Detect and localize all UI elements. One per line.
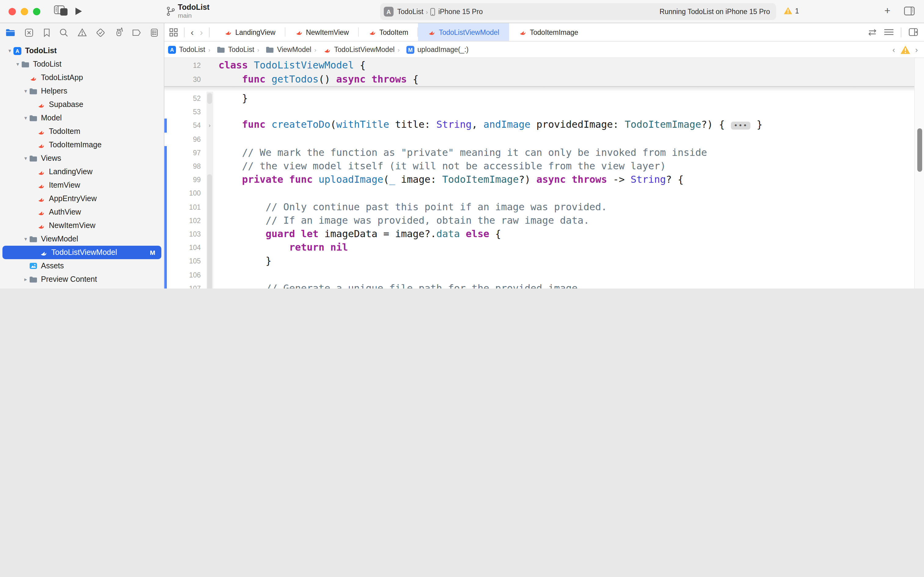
toggle-right-sidebar-icon[interactable] xyxy=(904,6,916,16)
sidebar-item-assets[interactable]: Assets xyxy=(0,259,164,272)
line-number[interactable]: 107 xyxy=(167,285,206,288)
folded-code-pill[interactable]: ••• xyxy=(731,122,751,130)
code-line-52[interactable]: 52 } xyxy=(164,92,924,105)
sidebar-item-model[interactable]: ▾Model xyxy=(0,111,164,125)
line-number[interactable]: 100 xyxy=(167,190,206,197)
breadcrumb-item-todolistviewmodel[interactable]: TodoListViewModel xyxy=(323,45,395,53)
sidebar-item-appentryview[interactable]: AppEntryView xyxy=(0,192,164,205)
close-window-button[interactable] xyxy=(8,8,16,15)
navigator-tab-errors[interactable] xyxy=(25,28,34,37)
line-number[interactable]: 98 xyxy=(167,163,206,170)
scheme-name[interactable]: TodoList xyxy=(397,8,423,15)
code-line-96[interactable]: 96 xyxy=(164,132,924,146)
code-line-106[interactable]: 106 xyxy=(164,268,924,282)
previous-issue-button[interactable]: ‹ xyxy=(893,45,895,54)
navigator-tab-tests[interactable] xyxy=(96,28,105,37)
go-back-button[interactable]: ‹ xyxy=(191,27,194,37)
line-number[interactable]: 99 xyxy=(167,176,206,184)
line-number[interactable]: 30 xyxy=(167,76,206,83)
navigator-tab-project[interactable] xyxy=(5,28,15,36)
disclosure-chevron-icon[interactable]: ▾ xyxy=(6,48,13,54)
sidebar-item-authview[interactable]: AuthView xyxy=(0,205,164,219)
activity-view[interactable]: A TodoList › iPhone 15 Pro Running TodoL… xyxy=(380,3,776,20)
code-line-101[interactable]: 101 // Only continue past this point if … xyxy=(164,200,924,214)
navigator-tab-debug[interactable] xyxy=(114,27,122,37)
code-line-107[interactable]: 107 // Generate a unique file path for t… xyxy=(164,282,924,288)
line-number[interactable]: 53 xyxy=(167,108,206,116)
related-items-grid-icon[interactable] xyxy=(169,28,178,36)
navigator-tab-search[interactable] xyxy=(59,28,68,37)
sidebar-item-todolistapp[interactable]: TodoListApp xyxy=(0,71,164,84)
navigator-tab-bookmark[interactable] xyxy=(43,28,50,37)
sidebar-item-supabase[interactable]: Supabase xyxy=(0,98,164,111)
run-destination[interactable]: iPhone 15 Pro xyxy=(438,8,483,15)
sidebar-item-views[interactable]: ▾Views xyxy=(0,152,164,165)
code-line-54[interactable]: 54› func createToDo(withTitle title: Str… xyxy=(164,119,924,132)
tab-todoitem[interactable]: TodoItem xyxy=(359,23,418,41)
sidebar-item-newitemview[interactable]: NewItemView xyxy=(0,219,164,232)
line-number[interactable]: 12 xyxy=(167,61,206,69)
tab-todolistviewmodel[interactable]: TodoListViewModel xyxy=(418,23,509,41)
line-number[interactable]: 106 xyxy=(167,271,206,279)
tab-todoitemimage[interactable]: TodoItemImage xyxy=(509,23,588,41)
add-editor-icon[interactable] xyxy=(909,28,918,36)
sidebar-item-helpers[interactable]: ▾Helpers xyxy=(0,84,164,98)
sidebar-item-preview-content[interactable]: ▸Preview Content xyxy=(0,272,164,286)
code-fold-disclosure-icon[interactable]: › xyxy=(206,119,213,132)
disclosure-chevron-icon[interactable]: ▾ xyxy=(22,115,29,121)
sidebar-item-todolist[interactable]: ▾ATodoList xyxy=(0,44,164,58)
go-forward-button[interactable]: › xyxy=(200,27,203,37)
code-line-103[interactable]: 103 guard let imageData = image?.data el… xyxy=(164,227,924,241)
editor-scrollbar[interactable] xyxy=(914,58,924,288)
line-number[interactable]: 105 xyxy=(167,258,206,265)
breadcrumb-item-todolist[interactable]: TodoList xyxy=(217,46,254,53)
line-number[interactable]: 97 xyxy=(167,149,206,156)
zoom-window-button[interactable] xyxy=(33,8,40,15)
disclosure-chevron-icon[interactable]: ▸ xyxy=(22,276,29,282)
navigator-tab-breakpoints[interactable] xyxy=(132,28,141,36)
scrollbar-thumb[interactable] xyxy=(917,128,922,172)
line-number[interactable]: 52 xyxy=(167,95,206,102)
code-line-105[interactable]: 105 } xyxy=(164,255,924,268)
code-line-30[interactable]: 30 func getTodos() async throws { xyxy=(164,72,924,86)
tab-newitemview[interactable]: NewItemView xyxy=(285,23,358,41)
code-line-99[interactable]: 99 private func uploadImage(_ image: Tod… xyxy=(164,173,924,187)
disclosure-chevron-icon[interactable]: ▾ xyxy=(22,236,29,242)
line-number[interactable]: 54 xyxy=(167,122,206,129)
code-line-102[interactable]: 102 // If an image was provided, obtain … xyxy=(164,214,924,227)
line-number[interactable]: 101 xyxy=(167,203,206,211)
breadcrumb-item-todolist[interactable]: ATodoList xyxy=(168,45,205,53)
code-line-104[interactable]: 104 return nil xyxy=(164,241,924,254)
line-number[interactable]: 103 xyxy=(167,230,206,238)
sidebar-item-todoitem[interactable]: TodoItem xyxy=(0,125,164,138)
warning-issue-icon[interactable] xyxy=(900,45,910,54)
swap-editor-icon[interactable] xyxy=(868,28,877,36)
navigator-tab-reports[interactable] xyxy=(150,28,158,37)
code-line-53[interactable]: 53 xyxy=(164,105,924,119)
navigator-tab-issues[interactable] xyxy=(77,28,87,37)
line-number[interactable]: 96 xyxy=(167,135,206,143)
code-line-100[interactable]: 100 xyxy=(164,187,924,200)
sidebar-item-todoitemimage[interactable]: TodoItemImage xyxy=(0,138,164,152)
code-line-12[interactable]: 12class TodoListViewModel { xyxy=(164,58,924,72)
sidebar-item-todolistviewmodel[interactable]: TodoListViewModelM xyxy=(2,246,161,259)
sidebar-item-todolist[interactable]: ▾TodoList xyxy=(0,58,164,71)
minimize-window-button[interactable] xyxy=(21,8,28,15)
disclosure-chevron-icon[interactable]: ▾ xyxy=(14,61,21,67)
tab-landingview[interactable]: LandingView xyxy=(214,23,285,41)
line-number[interactable]: 102 xyxy=(167,217,206,224)
run-button[interactable] xyxy=(74,7,82,18)
sidebar-item-landingview[interactable]: LandingView xyxy=(0,165,164,179)
breadcrumb-item-viewmodel[interactable]: ViewModel xyxy=(266,46,311,53)
code-line-97[interactable]: 97 // We mark the function as "private" … xyxy=(164,146,924,160)
sidebar-item-itemview[interactable]: ItemView xyxy=(0,179,164,192)
line-number[interactable]: 104 xyxy=(167,244,206,251)
breadcrumb-item-uploadimage-[interactable]: MuploadImage(_:) xyxy=(406,45,469,53)
source-editor[interactable]: 12class TodoListViewModel {30 func getTo… xyxy=(164,58,924,288)
sidebar-item-viewmodel[interactable]: ▾ViewModel xyxy=(0,232,164,246)
editor-options-icon[interactable] xyxy=(884,29,893,35)
stop-button[interactable] xyxy=(60,7,68,18)
next-issue-button[interactable]: › xyxy=(915,45,918,54)
warning-count-badge[interactable]: 1 xyxy=(784,7,799,15)
new-tab-button[interactable]: + xyxy=(884,5,890,16)
